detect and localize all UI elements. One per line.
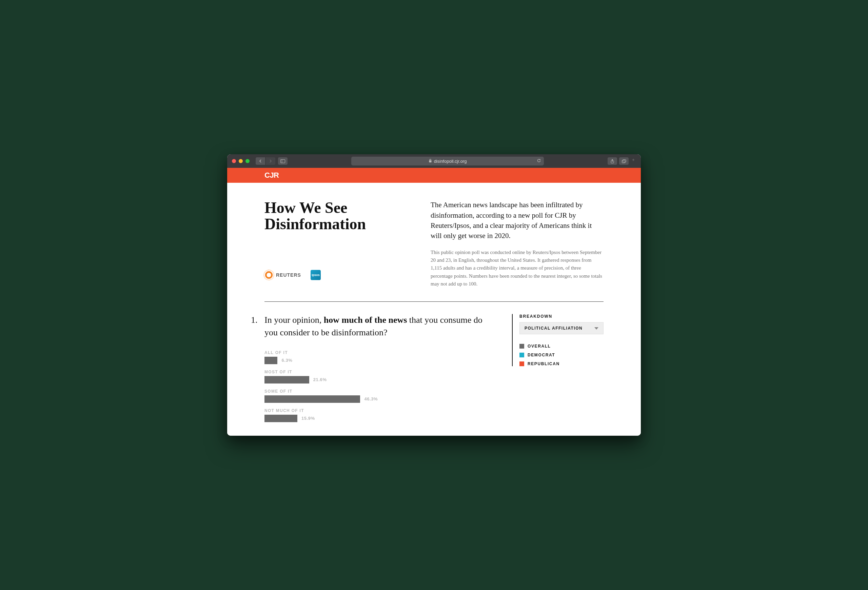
question-text: 1. In your opinion, how much of the news… [264,314,495,339]
page-title: How We See Disinformation [264,200,410,233]
svg-rect-5 [623,159,626,162]
close-window-button[interactable] [232,159,236,163]
legend-label: DEMOCRAT [528,353,555,357]
main-content: How We See Disinformation REUTERS Ipsos … [227,183,641,436]
sponsor-row: REUTERS Ipsos [264,270,410,280]
chevron-down-icon [594,327,598,330]
back-button[interactable] [255,157,265,165]
bar-fill [264,357,278,364]
bar-row: NOT MUCH OF IT15.9% [264,408,495,422]
bar-line: 6.3% [264,357,495,364]
hero-left: How We See Disinformation REUTERS Ipsos [264,200,410,288]
bar-row: SOME OF IT46.3% [264,389,495,403]
breakdown-dropdown[interactable]: POLITICAL AFFILIATION [520,322,604,334]
new-tab-button[interactable]: + [631,157,636,165]
svg-rect-0 [281,159,285,163]
bar-line: 21.6% [264,376,495,384]
breakdown-heading: BREAKDOWN [520,314,604,319]
bar-category-label: ALL OF IT [264,350,495,355]
site-logo[interactable]: CJR [264,171,279,180]
tabs-button[interactable] [619,157,629,165]
bar-fill [264,376,309,384]
reuters-icon [264,271,273,279]
reuters-logo: REUTERS [264,271,301,279]
legend-item[interactable]: DEMOCRAT [520,353,604,357]
ipsos-logo: Ipsos [311,270,321,280]
bar-line: 46.3% [264,395,495,403]
site-header: CJR [227,168,641,183]
url-text: disinfopoll.cjr.org [434,159,467,164]
question-block: 1. In your opinion, how much of the news… [264,314,604,422]
legend-label: OVERALL [528,344,551,348]
dropdown-selected: POLITICAL AFFILIATION [524,326,583,330]
breakdown-sidebar: BREAKDOWN POLITICAL AFFILIATION OVERALLD… [512,314,604,366]
address-bar[interactable]: disinfopoll.cjr.org [351,157,544,165]
question-pre: In your opinion, [264,315,324,325]
methodology-text: This public opinion poll was conducted o… [431,249,604,288]
bar-value-label: 46.3% [364,397,378,401]
refresh-button[interactable] [537,158,541,164]
share-button[interactable] [608,157,617,165]
bar-chart: ALL OF IT6.3%MOST OF IT21.6%SOME OF IT46… [264,350,495,422]
bar-fill [264,395,360,403]
hero-right: The American news landscape has been inf… [431,200,604,288]
window-controls [232,159,249,163]
legend-item[interactable]: REPUBLICAN [520,361,604,366]
fullscreen-window-button[interactable] [245,159,249,163]
bar-row: ALL OF IT6.3% [264,350,495,364]
lede-text: The American news landscape has been inf… [431,200,604,241]
bar-row: MOST OF IT21.6% [264,370,495,384]
lock-icon [428,159,432,164]
sidebar-toggle-button[interactable] [278,157,288,165]
bar-value-label: 21.6% [313,377,327,382]
legend-swatch [520,353,524,357]
bar-line: 15.9% [264,415,495,422]
reuters-label: REUTERS [276,272,301,278]
browser-chrome: disinfopoll.cjr.org + [227,154,641,168]
bar-category-label: SOME OF IT [264,389,495,394]
bar-category-label: MOST OF IT [264,370,495,374]
legend-label: REPUBLICAN [528,361,560,366]
legend-swatch [520,344,524,348]
legend-swatch [520,361,524,366]
legend-item[interactable]: OVERALL [520,344,604,348]
question-main: 1. In your opinion, how much of the news… [264,314,495,422]
nav-group [255,157,275,165]
hero-section: How We See Disinformation REUTERS Ipsos … [264,200,604,302]
page-body: CJR How We See Disinformation REUTERS Ip… [227,168,641,436]
minimize-window-button[interactable] [239,159,243,163]
bar-fill [264,415,297,422]
legend: OVERALLDEMOCRATREPUBLICAN [520,344,604,366]
forward-button[interactable] [266,157,275,165]
toolbar-right: + [608,157,636,165]
svg-rect-2 [429,161,431,162]
bar-value-label: 6.3% [281,358,292,363]
svg-rect-4 [622,160,625,163]
bar-value-label: 15.9% [301,416,315,421]
bar-category-label: NOT MUCH OF IT [264,408,495,413]
browser-window: disinfopoll.cjr.org + CJR How We See Dis… [227,154,641,436]
question-bold: how much of the news [324,315,407,325]
question-number: 1. [251,314,258,326]
